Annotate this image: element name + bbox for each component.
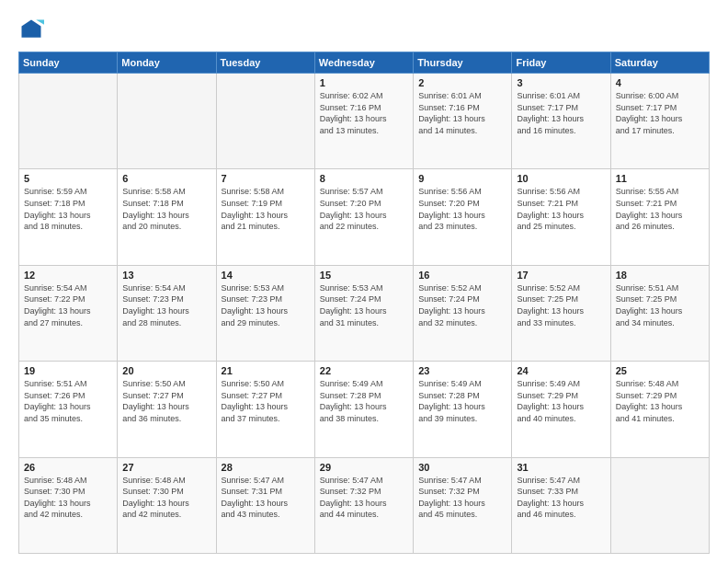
day-number: 27 [122, 462, 210, 473]
weekday-tuesday: Tuesday [216, 52, 314, 74]
day-info: Sunrise: 5:51 AM Sunset: 7:25 PM Dayligh… [616, 282, 704, 328]
day-info: Sunrise: 5:49 AM Sunset: 7:29 PM Dayligh… [517, 378, 605, 424]
day-info: Sunrise: 5:47 AM Sunset: 7:33 PM Dayligh… [517, 475, 605, 521]
day-number: 17 [517, 270, 605, 281]
day-cell [216, 74, 314, 169]
day-info: Sunrise: 5:48 AM Sunset: 7:30 PM Dayligh… [122, 475, 210, 521]
day-info: Sunrise: 6:01 AM Sunset: 7:16 PM Dayligh… [418, 90, 506, 136]
day-info: Sunrise: 5:58 AM Sunset: 7:18 PM Dayligh… [122, 186, 210, 232]
day-number: 11 [616, 173, 704, 184]
weekday-monday: Monday [118, 52, 216, 74]
day-info: Sunrise: 6:02 AM Sunset: 7:16 PM Dayligh… [320, 90, 408, 136]
day-cell: 6Sunrise: 5:58 AM Sunset: 7:18 PM Daylig… [118, 169, 216, 265]
day-info: Sunrise: 5:56 AM Sunset: 7:21 PM Dayligh… [517, 186, 605, 232]
day-number: 2 [418, 77, 506, 88]
day-number: 12 [24, 270, 112, 281]
day-cell: 9Sunrise: 5:56 AM Sunset: 7:20 PM Daylig… [414, 169, 512, 265]
logo [18, 17, 48, 42]
day-info: Sunrise: 5:53 AM Sunset: 7:24 PM Dayligh… [320, 282, 408, 328]
day-info: Sunrise: 5:57 AM Sunset: 7:20 PM Dayligh… [320, 186, 408, 232]
day-info: Sunrise: 5:49 AM Sunset: 7:28 PM Dayligh… [418, 378, 506, 424]
day-number: 24 [517, 365, 605, 376]
day-info: Sunrise: 5:50 AM Sunset: 7:27 PM Dayligh… [122, 378, 210, 424]
day-info: Sunrise: 5:52 AM Sunset: 7:25 PM Dayligh… [517, 282, 605, 328]
day-cell: 3Sunrise: 6:01 AM Sunset: 7:17 PM Daylig… [512, 74, 610, 169]
day-number: 5 [24, 173, 112, 184]
day-info: Sunrise: 5:48 AM Sunset: 7:30 PM Dayligh… [24, 475, 112, 521]
day-number: 29 [320, 462, 408, 473]
day-cell: 29Sunrise: 5:47 AM Sunset: 7:32 PM Dayli… [314, 457, 413, 553]
day-number: 10 [517, 173, 605, 184]
day-number: 16 [418, 270, 506, 281]
day-number: 6 [122, 173, 210, 184]
day-cell: 20Sunrise: 5:50 AM Sunset: 7:27 PM Dayli… [118, 362, 216, 457]
week-row-2: 12Sunrise: 5:54 AM Sunset: 7:22 PM Dayli… [19, 265, 710, 361]
day-number: 25 [616, 365, 704, 376]
day-number: 9 [418, 173, 506, 184]
day-cell [610, 457, 709, 553]
day-cell: 22Sunrise: 5:49 AM Sunset: 7:28 PM Dayli… [314, 362, 413, 457]
week-row-3: 19Sunrise: 5:51 AM Sunset: 7:26 PM Dayli… [19, 362, 710, 457]
day-cell: 19Sunrise: 5:51 AM Sunset: 7:26 PM Dayli… [19, 362, 118, 457]
day-info: Sunrise: 5:58 AM Sunset: 7:19 PM Dayligh… [222, 186, 310, 232]
day-cell: 18Sunrise: 5:51 AM Sunset: 7:25 PM Dayli… [610, 265, 709, 361]
day-cell: 27Sunrise: 5:48 AM Sunset: 7:30 PM Dayli… [118, 457, 216, 553]
day-info: Sunrise: 6:00 AM Sunset: 7:17 PM Dayligh… [616, 90, 704, 136]
day-cell: 13Sunrise: 5:54 AM Sunset: 7:23 PM Dayli… [118, 265, 216, 361]
day-number: 15 [320, 270, 408, 281]
header [18, 17, 710, 42]
day-number: 20 [122, 365, 210, 376]
day-cell: 16Sunrise: 5:52 AM Sunset: 7:24 PM Dayli… [414, 265, 512, 361]
weekday-sunday: Sunday [19, 52, 118, 74]
day-number: 7 [222, 173, 310, 184]
day-number: 30 [418, 462, 506, 473]
day-cell: 30Sunrise: 5:47 AM Sunset: 7:32 PM Dayli… [414, 457, 512, 553]
logo-icon [18, 17, 44, 42]
day-cell: 23Sunrise: 5:49 AM Sunset: 7:28 PM Dayli… [414, 362, 512, 457]
week-row-0: 1Sunrise: 6:02 AM Sunset: 7:16 PM Daylig… [19, 74, 710, 169]
day-cell: 17Sunrise: 5:52 AM Sunset: 7:25 PM Dayli… [512, 265, 610, 361]
day-info: Sunrise: 5:50 AM Sunset: 7:27 PM Dayligh… [222, 378, 310, 424]
day-number: 4 [616, 77, 704, 88]
day-number: 22 [320, 365, 408, 376]
day-info: Sunrise: 5:47 AM Sunset: 7:32 PM Dayligh… [320, 475, 408, 521]
week-row-1: 5Sunrise: 5:59 AM Sunset: 7:18 PM Daylig… [19, 169, 710, 265]
day-cell: 5Sunrise: 5:59 AM Sunset: 7:18 PM Daylig… [19, 169, 118, 265]
weekday-thursday: Thursday [414, 52, 512, 74]
weekday-wednesday: Wednesday [314, 52, 413, 74]
day-cell: 24Sunrise: 5:49 AM Sunset: 7:29 PM Dayli… [512, 362, 610, 457]
weekday-saturday: Saturday [610, 52, 709, 74]
day-cell: 2Sunrise: 6:01 AM Sunset: 7:16 PM Daylig… [414, 74, 512, 169]
day-number: 14 [222, 270, 310, 281]
day-cell: 25Sunrise: 5:48 AM Sunset: 7:29 PM Dayli… [610, 362, 709, 457]
day-number: 23 [418, 365, 506, 376]
day-cell: 11Sunrise: 5:55 AM Sunset: 7:21 PM Dayli… [610, 169, 709, 265]
day-number: 28 [222, 462, 310, 473]
day-cell: 1Sunrise: 6:02 AM Sunset: 7:16 PM Daylig… [314, 74, 413, 169]
day-number: 19 [24, 365, 112, 376]
day-number: 3 [517, 77, 605, 88]
day-cell: 14Sunrise: 5:53 AM Sunset: 7:23 PM Dayli… [216, 265, 314, 361]
day-number: 31 [517, 462, 605, 473]
day-cell: 4Sunrise: 6:00 AM Sunset: 7:17 PM Daylig… [610, 74, 709, 169]
svg-marker-0 [22, 20, 41, 38]
weekday-friday: Friday [512, 52, 610, 74]
day-number: 1 [320, 77, 408, 88]
day-info: Sunrise: 5:53 AM Sunset: 7:23 PM Dayligh… [222, 282, 310, 328]
day-number: 18 [616, 270, 704, 281]
day-cell [118, 74, 216, 169]
calendar-table: SundayMondayTuesdayWednesdayThursdayFrid… [18, 52, 710, 554]
day-info: Sunrise: 5:54 AM Sunset: 7:22 PM Dayligh… [24, 282, 112, 328]
day-info: Sunrise: 5:59 AM Sunset: 7:18 PM Dayligh… [24, 186, 112, 232]
day-info: Sunrise: 5:55 AM Sunset: 7:21 PM Dayligh… [616, 186, 704, 232]
day-info: Sunrise: 5:51 AM Sunset: 7:26 PM Dayligh… [24, 378, 112, 424]
weekday-header-row: SundayMondayTuesdayWednesdayThursdayFrid… [19, 52, 710, 74]
day-info: Sunrise: 5:48 AM Sunset: 7:29 PM Dayligh… [616, 378, 704, 424]
day-info: Sunrise: 5:49 AM Sunset: 7:28 PM Dayligh… [320, 378, 408, 424]
day-cell: 7Sunrise: 5:58 AM Sunset: 7:19 PM Daylig… [216, 169, 314, 265]
day-cell: 28Sunrise: 5:47 AM Sunset: 7:31 PM Dayli… [216, 457, 314, 553]
day-cell: 10Sunrise: 5:56 AM Sunset: 7:21 PM Dayli… [512, 169, 610, 265]
day-info: Sunrise: 6:01 AM Sunset: 7:17 PM Dayligh… [517, 90, 605, 136]
day-cell: 8Sunrise: 5:57 AM Sunset: 7:20 PM Daylig… [314, 169, 413, 265]
week-row-4: 26Sunrise: 5:48 AM Sunset: 7:30 PM Dayli… [19, 457, 710, 553]
